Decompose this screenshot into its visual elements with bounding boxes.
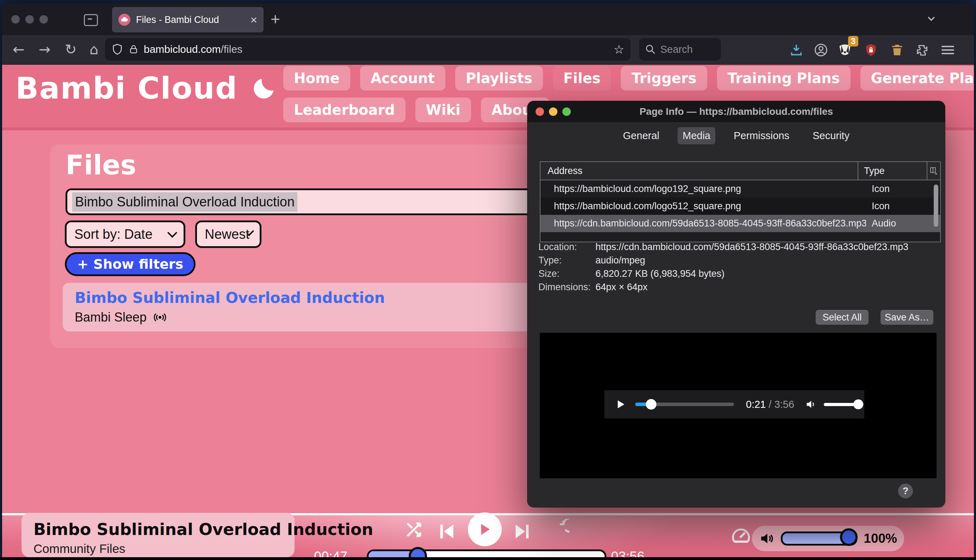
show-filters-button[interactable]: + Show filters xyxy=(65,252,195,276)
privacy-badger-icon[interactable]: 3 xyxy=(836,41,854,59)
window-minimize-button[interactable] xyxy=(25,15,34,23)
back-icon[interactable]: ← xyxy=(13,42,25,57)
sort-order-select[interactable]: Newest xyxy=(195,220,262,248)
tab-permissions[interactable]: Permissions xyxy=(729,127,794,144)
nav-account[interactable]: Account xyxy=(360,66,445,90)
repeat-icon[interactable] xyxy=(547,519,569,541)
audio-volume-thumb[interactable] xyxy=(853,399,863,409)
audio-volume-slider[interactable] xyxy=(824,403,863,406)
play-button[interactable] xyxy=(468,512,502,546)
tab-title: Files - Bambi Cloud xyxy=(136,15,247,25)
tab-close-icon[interactable]: × xyxy=(250,14,257,26)
previous-track-icon[interactable] xyxy=(436,522,457,541)
sort-by-value: Sort by: Date xyxy=(74,227,153,242)
files-search-input[interactable]: Bimbo Subliminal Overload Induction xyxy=(65,188,534,215)
nav-leaderboard[interactable]: Leaderboard xyxy=(283,98,405,122)
sidebar-toggle-icon[interactable] xyxy=(84,14,98,26)
table-row-selected[interactable]: https://cdn.bambicloud.com/59da6513-8085… xyxy=(541,215,940,232)
tracking-shield-icon[interactable] xyxy=(111,43,123,55)
shuffle-icon[interactable] xyxy=(404,519,425,541)
table-row[interactable]: https://bambicloud.com/logo192_square.pn… xyxy=(541,180,940,198)
plus-icon: + xyxy=(77,257,88,272)
site-logo-text: Bambi Cloud xyxy=(15,70,238,106)
audio-play-icon[interactable] xyxy=(616,398,626,410)
volume-speaker-icon[interactable] xyxy=(759,531,774,546)
tab-general[interactable]: General xyxy=(618,127,664,144)
row-address: https://bambicloud.com/logo512_square.pn… xyxy=(541,201,866,212)
toolbar-search-box[interactable]: Search xyxy=(639,38,721,61)
now-playing-source: Community Files xyxy=(33,542,283,556)
nav-generate-playlist[interactable]: Generate Playlist xyxy=(861,66,974,90)
tab-strip: Files - Bambi Cloud × + xyxy=(2,3,974,35)
nav-files[interactable]: Files xyxy=(553,66,611,90)
forward-icon[interactable]: → xyxy=(39,42,51,57)
badger-badge-count: 3 xyxy=(848,36,858,47)
nav-triggers[interactable]: Triggers xyxy=(621,66,707,90)
account-icon[interactable] xyxy=(812,41,830,59)
bookmark-star-icon[interactable]: ☆ xyxy=(614,42,624,57)
tab-security[interactable]: Security xyxy=(807,127,854,144)
page-viewport: Bambi Cloud Home Account Playlists Files… xyxy=(2,65,974,557)
sort-by-select[interactable]: Sort by: Date xyxy=(65,220,185,248)
trash-icon[interactable] xyxy=(888,41,906,59)
next-track-icon[interactable] xyxy=(512,522,533,541)
file-title-link[interactable]: Bimbo Subliminal Overload Induction xyxy=(75,289,533,307)
column-picker-icon[interactable] xyxy=(928,162,940,180)
site-logo[interactable]: Bambi Cloud xyxy=(15,70,277,106)
chevron-down-icon xyxy=(167,228,177,238)
nav-wiki[interactable]: Wiki xyxy=(415,98,471,122)
https-lock-icon[interactable] xyxy=(128,43,139,55)
extensions-puzzle-icon[interactable] xyxy=(913,41,932,59)
dialog-titlebar[interactable]: Page Info — https://bambicloud.com/files xyxy=(527,101,945,122)
audio-controls: 0:21 / 3:56 xyxy=(604,390,864,418)
nav-training-plans[interactable]: Training Plans xyxy=(717,66,851,90)
column-header-type[interactable]: Type xyxy=(858,162,928,180)
playback-speed-gauge-icon[interactable] xyxy=(730,525,752,547)
row-address: https://bambicloud.com/logo192_square.pn… xyxy=(541,183,866,194)
detail-location: Location:https://cdn.bambicloud.com/59da… xyxy=(538,242,577,253)
help-button[interactable]: ? xyxy=(898,483,913,498)
site-nav-row-2: Leaderboard Wiki About xyxy=(283,98,549,122)
total-time: 03:56 xyxy=(611,549,644,557)
tab-media[interactable]: Media xyxy=(677,127,715,144)
sort-order-value: Newest xyxy=(205,227,249,242)
home-icon[interactable]: ⌂ xyxy=(90,42,98,57)
tab-overflow-chevron-icon[interactable] xyxy=(925,13,937,25)
broadcast-icon xyxy=(152,312,168,323)
select-all-button[interactable]: Select All xyxy=(816,310,869,325)
url-text: bambicloud.com/files xyxy=(144,43,242,55)
now-playing-card[interactable]: Bimbo Subliminal Overload Induction Comm… xyxy=(22,513,295,557)
file-list-item[interactable]: Bimbo Subliminal Overload Induction Bamb… xyxy=(63,283,545,332)
table-row[interactable]: https://bambicloud.com/logo512_square.pn… xyxy=(541,198,940,215)
row-type: Audio xyxy=(866,218,940,229)
nav-playlists[interactable]: Playlists xyxy=(455,66,543,90)
media-table: Address Type https://bambicloud.com/logo… xyxy=(540,161,941,242)
tab-files-bambi-cloud[interactable]: Files - Bambi Cloud × xyxy=(112,7,264,32)
https-shield-icon[interactable] xyxy=(862,41,880,59)
url-bar[interactable]: bambicloud.com/files ☆ xyxy=(105,38,631,61)
dialog-zoom-button[interactable] xyxy=(562,107,571,116)
dialog-tabs: General Media Permissions Security xyxy=(527,127,945,144)
menu-hamburger-icon[interactable] xyxy=(939,41,957,59)
audio-time: 0:21 / 3:56 xyxy=(746,399,794,410)
new-tab-button[interactable]: + xyxy=(270,10,280,28)
audio-speaker-icon[interactable] xyxy=(805,398,817,410)
nav-home[interactable]: Home xyxy=(283,66,350,90)
volume-thumb[interactable] xyxy=(840,528,858,546)
site-favicon-icon xyxy=(118,14,130,26)
audio-progress-thumb[interactable] xyxy=(646,399,656,410)
window-close-button[interactable] xyxy=(11,15,20,23)
column-header-address[interactable]: Address xyxy=(541,162,858,180)
reload-icon[interactable]: ↻ xyxy=(65,42,77,57)
save-as-button[interactable]: Save As… xyxy=(881,310,933,325)
dialog-minimize-button[interactable] xyxy=(549,107,557,116)
dialog-close-button[interactable] xyxy=(536,107,544,116)
table-scrollbar[interactable] xyxy=(934,185,938,227)
window-zoom-button[interactable] xyxy=(40,15,48,23)
elapsed-time: 00:47 xyxy=(314,549,347,557)
downloads-icon[interactable] xyxy=(787,41,806,59)
volume-slider[interactable] xyxy=(781,532,857,545)
audio-progress-slider[interactable] xyxy=(635,403,734,406)
seek-bar[interactable] xyxy=(367,550,606,557)
url-domain: bambicloud.com xyxy=(144,43,220,55)
